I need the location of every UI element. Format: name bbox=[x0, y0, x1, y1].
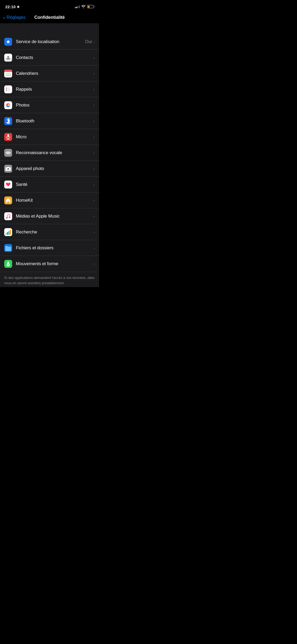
list-item[interactable]: Contacts › bbox=[0, 50, 99, 66]
svg-rect-9 bbox=[7, 88, 10, 88]
item-label: Contacts bbox=[16, 55, 93, 60]
svg-rect-38 bbox=[10, 230, 11, 235]
list-item[interactable]: Bluetooth › bbox=[0, 113, 99, 129]
item-label: Appareil photo bbox=[16, 166, 93, 171]
footer-text: Si des applications demandent l'accès à … bbox=[0, 272, 99, 287]
svg-text:●  ●  ●  ●  ●: ● ● ● ● ● bbox=[6, 75, 11, 76]
list-item[interactable]: Médias et Apple Music › bbox=[0, 208, 99, 224]
list-item[interactable]: Rappels › bbox=[0, 81, 99, 97]
svg-point-8 bbox=[6, 90, 7, 91]
section-divider bbox=[0, 23, 99, 34]
chevron-right-icon: › bbox=[93, 198, 95, 203]
list-item[interactable]: HomeKit › bbox=[0, 192, 99, 208]
fitness-icon bbox=[4, 260, 12, 268]
list-item[interactable]: Reconnaissance vocale › bbox=[0, 145, 99, 161]
svg-rect-35 bbox=[6, 233, 7, 235]
camera-icon bbox=[4, 165, 12, 173]
list-item[interactable]: Service de localisation Oui › bbox=[0, 34, 99, 50]
svg-point-6 bbox=[6, 88, 7, 89]
chevron-right-icon: › bbox=[93, 119, 95, 123]
chevron-right-icon: › bbox=[93, 262, 95, 266]
item-label: Micro bbox=[16, 134, 93, 140]
svg-rect-25 bbox=[6, 152, 7, 154]
settings-list: Service de localisation Oui › Contacts ›… bbox=[0, 34, 99, 272]
location-services-icon bbox=[4, 38, 12, 46]
chevron-right-icon: › bbox=[93, 214, 95, 218]
list-item[interactable]: Appareil photo › bbox=[0, 161, 99, 177]
svg-rect-24 bbox=[6, 152, 6, 153]
chevron-right-icon: › bbox=[93, 230, 95, 234]
homekit-icon bbox=[4, 196, 12, 204]
svg-rect-36 bbox=[7, 232, 8, 235]
list-item[interactable]: Recherche › bbox=[0, 224, 99, 240]
status-icons bbox=[75, 5, 94, 8]
svg-rect-29 bbox=[10, 152, 10, 154]
item-label: Recherche bbox=[16, 229, 93, 235]
photos-icon bbox=[4, 101, 12, 109]
chevron-right-icon: › bbox=[93, 135, 95, 139]
item-label: Reconnaissance vocale bbox=[16, 150, 93, 155]
chevron-right-icon: › bbox=[93, 40, 95, 44]
location-icon bbox=[17, 5, 20, 8]
svg-rect-11 bbox=[7, 90, 10, 91]
svg-rect-28 bbox=[9, 151, 9, 155]
list-item[interactable]: Fichiers et dossiers › bbox=[0, 240, 99, 256]
list-item[interactable]: Santé › bbox=[0, 177, 99, 192]
battery-icon bbox=[87, 5, 94, 8]
item-label: Mouvements et forme bbox=[16, 261, 93, 266]
chevron-right-icon: › bbox=[93, 182, 95, 187]
item-label: Calendriers bbox=[16, 71, 93, 76]
micro-icon bbox=[4, 133, 12, 141]
fichiers-icon bbox=[4, 244, 12, 252]
svg-point-7 bbox=[6, 89, 7, 90]
item-label: Fichiers et dossiers bbox=[16, 245, 93, 251]
svg-rect-37 bbox=[8, 231, 10, 235]
contacts-icon bbox=[4, 54, 12, 62]
svg-text:●  ●  ●  ●  ●: ● ● ● ● ● bbox=[5, 70, 12, 72]
chevron-right-icon: › bbox=[93, 87, 95, 91]
item-label: Médias et Apple Music bbox=[16, 214, 93, 219]
item-label: HomeKit bbox=[16, 198, 93, 203]
item-label: Service de localisation bbox=[16, 39, 85, 44]
svg-point-0 bbox=[7, 56, 9, 58]
svg-point-20 bbox=[8, 104, 9, 106]
nav-bar: ‹ Réglages Confidentialité bbox=[0, 12, 99, 23]
calendriers-icon: ● ● ● ● ● ● ● ● ● ● ● ● ● ● ● bbox=[4, 70, 12, 77]
svg-rect-21 bbox=[7, 134, 9, 137]
page-title: Confidentialité bbox=[34, 15, 65, 20]
reconnaissance-vocale-icon bbox=[4, 149, 12, 157]
chevron-right-icon: › bbox=[93, 103, 95, 107]
svg-point-33 bbox=[6, 217, 8, 218]
svg-point-32 bbox=[8, 168, 9, 169]
chevron-right-icon: › bbox=[93, 56, 95, 60]
recherche-icon bbox=[4, 228, 12, 236]
item-label: Santé bbox=[16, 182, 93, 187]
list-item[interactable]: ● ● ● ● ● ● ● ● ● ● ● ● ● ● ● Calendrier… bbox=[0, 66, 99, 81]
signal-bars bbox=[75, 5, 80, 8]
chevron-left-icon: ‹ bbox=[3, 15, 5, 20]
status-bar: 22:10 bbox=[0, 0, 99, 12]
svg-rect-10 bbox=[7, 89, 10, 90]
item-label: Bluetooth bbox=[16, 118, 93, 124]
sante-icon bbox=[4, 181, 12, 188]
back-button[interactable]: ‹ Réglages bbox=[3, 15, 26, 20]
music-icon bbox=[4, 212, 12, 220]
svg-point-43 bbox=[7, 261, 9, 263]
status-time: 22:10 bbox=[5, 4, 20, 9]
back-label: Réglages bbox=[7, 15, 26, 20]
chevron-right-icon: › bbox=[93, 246, 95, 250]
list-item[interactable]: Mouvements et forme › bbox=[0, 256, 99, 272]
chevron-right-icon: › bbox=[93, 151, 95, 155]
item-label: Photos bbox=[16, 103, 93, 108]
list-item[interactable]: Photos › bbox=[0, 97, 99, 113]
rappels-icon bbox=[4, 85, 12, 93]
wifi-icon bbox=[81, 5, 86, 8]
chevron-right-icon: › bbox=[93, 167, 95, 171]
svg-rect-27 bbox=[8, 152, 8, 154]
list-item[interactable]: Micro › bbox=[0, 129, 99, 145]
svg-rect-30 bbox=[10, 152, 11, 153]
svg-point-34 bbox=[9, 217, 10, 218]
item-label: Rappels bbox=[16, 87, 93, 92]
svg-rect-26 bbox=[7, 151, 8, 154]
svg-rect-41 bbox=[5, 247, 11, 250]
